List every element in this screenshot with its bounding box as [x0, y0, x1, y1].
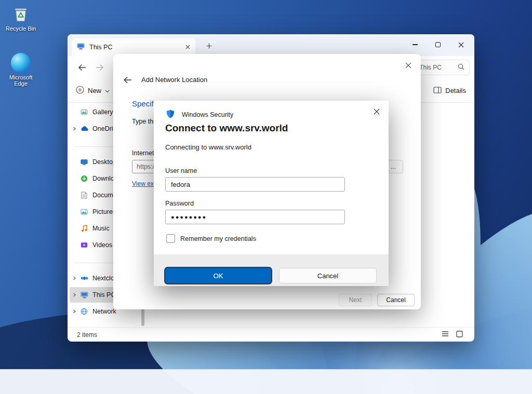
cancel-button[interactable]: Cancel — [279, 268, 377, 283]
computer-icon — [77, 43, 85, 51]
chevron-down-icon — [105, 87, 110, 94]
nextcloud-icon — [79, 276, 89, 281]
password-input[interactable] — [165, 210, 345, 224]
details-view-icon[interactable] — [442, 331, 449, 339]
plus-circle-icon — [76, 86, 84, 96]
new-button-label: New — [88, 87, 101, 94]
gallery-icon — [79, 108, 89, 116]
close-icon[interactable] — [371, 106, 382, 117]
recycle-bin-icon — [2, 4, 39, 24]
chevron-right-icon[interactable] — [70, 293, 79, 297]
music-icon — [79, 225, 89, 232]
documents-icon — [79, 192, 89, 199]
back-button[interactable] — [75, 61, 89, 74]
desktop-icon-label: Microsoft Edge — [2, 74, 39, 87]
username-input[interactable] — [165, 177, 345, 192]
sidebar-item-label: Videos — [92, 241, 112, 249]
dialog-app-name: Windows Security — [182, 111, 233, 118]
desktop-icon-recycle-bin[interactable]: Recycle Bin — [2, 4, 39, 32]
search-icon — [458, 63, 464, 72]
details-pane-icon — [433, 87, 442, 95]
maximize-button[interactable] — [427, 34, 449, 55]
desktop-icon-label: Recycle Bin — [2, 25, 39, 32]
password-label: Password — [165, 200, 194, 207]
tab-strip: This PC — [68, 34, 474, 56]
this-pc-icon — [79, 292, 89, 298]
tab-label: This PC — [89, 44, 185, 51]
dialog-title: Add Network Location — [141, 76, 207, 84]
cancel-button[interactable]: Cancel — [377, 294, 415, 306]
sidebar-item-label: This PC — [92, 291, 115, 298]
details-pane-label: Details — [445, 87, 466, 94]
items-count: 2 items — [77, 331, 97, 338]
desktop: Recycle Bin Microsoft Edge This PC — [0, 0, 532, 394]
network-icon — [79, 308, 89, 315]
status-bar: 2 items — [68, 327, 474, 342]
downloads-icon — [79, 175, 89, 182]
chevron-right-icon[interactable] — [70, 127, 79, 131]
windows-security-dialog: Windows Security Connect to www.srv.worl… — [154, 101, 389, 286]
minimize-button[interactable] — [404, 34, 427, 55]
forward-button[interactable] — [92, 61, 107, 74]
desktop-icon-microsoft-edge[interactable]: Microsoft Edge — [2, 53, 39, 87]
credential-dialog-title: Connect to www.srv.world — [165, 123, 288, 134]
security-shield-icon — [166, 110, 175, 120]
videos-icon — [79, 242, 89, 248]
new-tab-button[interactable] — [203, 40, 215, 51]
new-button[interactable]: New — [76, 86, 110, 96]
remember-credentials-checkbox[interactable] — [166, 234, 175, 243]
sidebar-item-label: Gallery — [92, 108, 113, 116]
large-icons-view-icon[interactable] — [456, 331, 463, 339]
username-label: User name — [165, 167, 197, 174]
pictures-icon — [79, 209, 89, 215]
taskbar: 1 T — [0, 369, 532, 394]
sidebar-item-label: Pictures — [92, 208, 116, 215]
ok-button[interactable]: OK — [165, 268, 271, 283]
close-icon[interactable] — [403, 60, 414, 71]
next-button[interactable]: Next — [339, 294, 372, 306]
edge-icon — [2, 53, 39, 73]
desktop-icon — [79, 159, 89, 166]
tab-this-pc[interactable]: This PC — [72, 38, 195, 56]
sidebar-item-label: Desktop — [92, 158, 116, 166]
sidebar-item-label: Music — [92, 225, 110, 232]
credential-dialog-subtitle: Connecting to www.srv.world — [165, 143, 251, 151]
sidebar-item-label: Network — [92, 308, 116, 315]
onedrive-icon — [79, 126, 89, 131]
back-arrow-icon[interactable] — [121, 74, 134, 86]
close-button[interactable] — [449, 34, 472, 55]
chevron-right-icon[interactable] — [70, 276, 79, 280]
details-pane-toggle[interactable]: Details — [433, 87, 466, 95]
remember-credentials-label: Remember my credentials — [180, 235, 256, 242]
window-controls — [404, 34, 472, 55]
chevron-right-icon[interactable] — [70, 309, 79, 314]
tab-close-icon[interactable] — [185, 44, 190, 51]
